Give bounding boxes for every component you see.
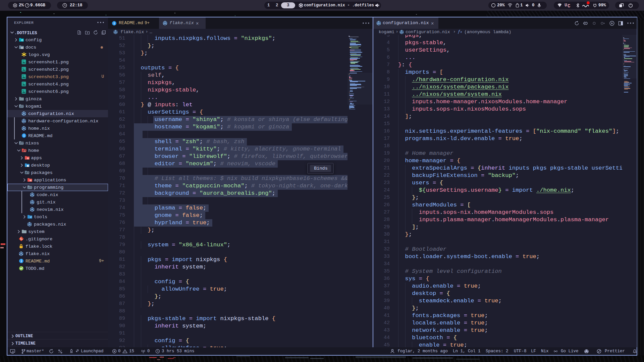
svg-text:↗: ↗ <box>30 216 32 219</box>
svg-text:↑: ↑ <box>27 172 29 175</box>
svg-text:▤: ▤ <box>21 46 23 49</box>
svg-text:⚙: ⚙ <box>21 39 23 42</box>
svg-text:⊞: ⊞ <box>26 157 29 160</box>
svg-text:⌂: ⌂ <box>24 149 26 153</box>
svg-text:▣: ▣ <box>26 164 29 167</box>
svg-text:⊞: ⊞ <box>30 179 32 182</box>
